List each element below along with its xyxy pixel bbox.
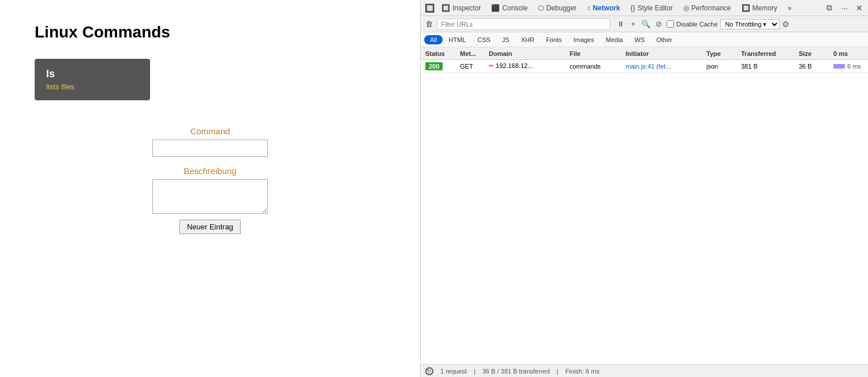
header-file[interactable]: File xyxy=(567,50,623,57)
header-initiator[interactable]: Initiator xyxy=(623,50,704,57)
row-method: GET xyxy=(458,63,487,70)
timing-bar-container: 6 ms xyxy=(833,63,863,70)
network-empty-area xyxy=(421,73,868,364)
command-card[interactable]: ls lists files xyxy=(35,59,150,100)
filter-tab-other[interactable]: Other xyxy=(650,35,678,44)
close-icon[interactable]: ✕ xyxy=(853,2,866,14)
devtools-toolbar-right: ⧉ ··· ✕ xyxy=(823,2,866,14)
header-domain[interactable]: Domain xyxy=(487,50,567,57)
command-description: lists files xyxy=(46,82,139,91)
trash-icon[interactable]: 🗑 xyxy=(423,18,435,30)
row-domain: ✏ 192.168.12... xyxy=(487,62,567,70)
status-requests: 1 request xyxy=(440,368,467,375)
console-icon: ⬛ xyxy=(491,4,500,12)
header-size[interactable]: Size xyxy=(796,50,831,57)
tab-memory[interactable]: 🔲 Memory xyxy=(737,3,782,13)
disable-cache-checkbox-label[interactable]: Disable Cache xyxy=(667,20,718,28)
header-status[interactable]: Status xyxy=(423,50,458,57)
tab-inspector[interactable]: 🔲 Inspector xyxy=(437,3,485,13)
timing-label: 6 ms xyxy=(847,63,861,70)
row-transferred: 381 B xyxy=(739,63,796,70)
network-icon: ↕ xyxy=(587,4,590,12)
more-icon: » xyxy=(788,4,792,12)
devtools-pane: 🔲 🔲 Inspector ⬛ Console ⬡ Debugger ↕ Net… xyxy=(420,0,868,377)
command-label: Command xyxy=(35,126,386,136)
row-initiator: main.js:41 (fet... xyxy=(623,63,704,70)
row-size: 36 B xyxy=(796,63,831,70)
tab-style-editor[interactable]: {} Style Editor xyxy=(626,3,677,13)
filter-tab-xhr[interactable]: XHR xyxy=(515,35,540,44)
tab-network[interactable]: ↕ Network xyxy=(582,3,624,13)
status-separator1: | xyxy=(474,368,476,375)
toolbar2-icons: ⏸ + 🔍 ⊘ xyxy=(615,18,664,30)
tab-more[interactable]: » xyxy=(783,3,796,13)
disable-cache-checkbox[interactable] xyxy=(667,20,674,28)
status-separator2: | xyxy=(557,368,559,375)
network-filter-tabs: All HTML CSS JS XHR Fonts Images Media W… xyxy=(421,32,868,47)
filter-tab-media[interactable]: Media xyxy=(600,35,628,44)
devtools-statusbar: ↻ 1 request | 36 B / 381 B transferred |… xyxy=(421,364,868,377)
entry-form: Command Beschreibung Neuer Eintrag xyxy=(35,126,386,234)
row-status: 200 xyxy=(423,62,458,70)
more-options-icon[interactable]: ··· xyxy=(838,2,851,14)
inspector-icon: 🔲 xyxy=(442,4,450,12)
command-input[interactable] xyxy=(152,140,268,157)
tab-performance[interactable]: ◎ Performance xyxy=(679,3,736,13)
gear-icon[interactable]: ⚙ xyxy=(782,20,790,29)
status-finish: Finish: 6 ms xyxy=(565,368,599,375)
status-circle-icon: ↻ xyxy=(425,367,433,375)
network-table-header: Status Met... Domain File Initiator Type… xyxy=(421,47,868,60)
tab-console[interactable]: ⬛ Console xyxy=(487,3,532,13)
initiator-link[interactable]: main.js:41 (fet... xyxy=(626,63,671,70)
status-badge: 200 xyxy=(425,62,443,70)
description-label: Beschreibung xyxy=(35,166,386,176)
filter-tab-css[interactable]: CSS xyxy=(472,35,496,44)
filter-tab-images[interactable]: Images xyxy=(567,35,600,44)
row-timing: 6 ms xyxy=(831,63,866,70)
header-method[interactable]: Met... xyxy=(458,50,487,57)
devtools-top-toolbar: 🔲 🔲 Inspector ⬛ Console ⬡ Debugger ↕ Net… xyxy=(421,0,868,16)
filter-tab-fonts[interactable]: Fonts xyxy=(540,35,568,44)
dot-indicator: . xyxy=(35,112,386,117)
debugger-icon: ⬡ xyxy=(538,4,544,12)
filter-tab-all[interactable]: All xyxy=(424,35,443,44)
app-pane: Linux Commands ls lists files . Command … xyxy=(0,0,420,377)
throttle-select[interactable]: No Throttling ▾ xyxy=(720,19,780,29)
command-name: ls xyxy=(46,68,139,80)
filter-tab-html[interactable]: HTML xyxy=(443,35,472,44)
search-icon[interactable]: 🔍 xyxy=(640,18,652,30)
devtools-second-toolbar: 🗑 ⏸ + 🔍 ⊘ Disable Cache No Throttling ▾ … xyxy=(421,16,868,32)
devtools-icon[interactable]: 🔲 xyxy=(423,2,436,14)
style-editor-icon: {} xyxy=(630,4,635,12)
header-timing[interactable]: 0 ms xyxy=(831,50,866,57)
page-title: Linux Commands xyxy=(35,23,386,42)
memory-icon: 🔲 xyxy=(742,4,750,12)
tab-debugger[interactable]: ⬡ Debugger xyxy=(533,3,581,13)
timing-bar xyxy=(833,64,845,69)
filter-urls-input[interactable] xyxy=(437,18,610,30)
pause-icon[interactable]: ⏸ xyxy=(615,18,626,30)
performance-icon: ◎ xyxy=(683,4,689,12)
header-transferred[interactable]: Transferred xyxy=(739,50,796,57)
filter-tab-ws[interactable]: WS xyxy=(628,35,650,44)
domain-icon: ✏ xyxy=(489,62,494,69)
status-transferred: 36 B / 381 B transferred xyxy=(482,368,550,375)
table-row[interactable]: 200 GET ✏ 192.168.12... commands main.js… xyxy=(421,60,868,73)
description-textarea[interactable] xyxy=(152,179,268,214)
row-file: commands xyxy=(567,63,623,70)
submit-button[interactable]: Neuer Eintrag xyxy=(179,220,241,234)
dock-icon[interactable]: ⧉ xyxy=(823,2,836,14)
header-type[interactable]: Type xyxy=(704,50,739,57)
filter-tab-js[interactable]: JS xyxy=(496,35,515,44)
clock-icon[interactable]: ⊘ xyxy=(653,18,664,30)
row-type: json xyxy=(704,63,739,70)
add-icon[interactable]: + xyxy=(627,18,639,30)
